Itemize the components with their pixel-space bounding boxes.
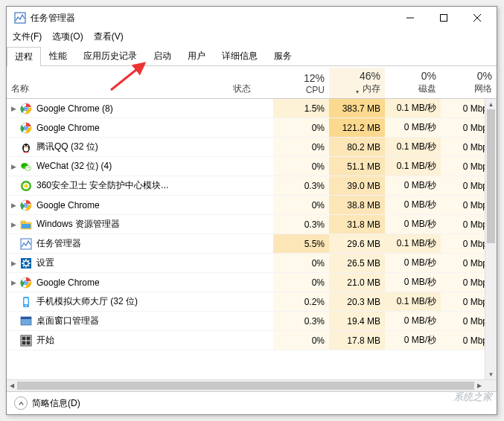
cell-disk: 0 MB/秒 — [385, 254, 441, 272]
cell-memory: 39.0 MB — [329, 176, 385, 195]
scroll-right-icon[interactable]: ▶ — [474, 380, 485, 391]
maximize-button[interactable] — [427, 7, 460, 28]
process-name: Google Chrome — [36, 123, 229, 133]
process-name: Google Chrome — [36, 277, 229, 288]
svg-point-28 — [25, 184, 28, 187]
column-headers: 名称 状态 12% CPU ▾ 46% 内存 0% 磁盘 0% 网络 — [7, 66, 497, 99]
svg-point-17 — [25, 145, 25, 146]
svg-line-45 — [28, 260, 29, 260]
expand-toggle[interactable]: ▶ — [7, 202, 20, 209]
col-header-cpu[interactable]: 12% CPU — [273, 70, 329, 98]
tab-1[interactable]: 性能 — [41, 46, 75, 65]
svg-point-8 — [25, 107, 27, 109]
cell-disk: 0 MB/秒 — [385, 331, 441, 350]
col-header-disk[interactable]: 0% 磁盘 — [385, 68, 441, 98]
scroll-up-icon[interactable]: ▲ — [485, 99, 497, 109]
process-name: Google Chrome — [36, 200, 229, 210]
expand-toggle[interactable]: ▶ — [7, 163, 20, 170]
process-row[interactable]: 任务管理器5.5%29.6 MB0.1 MB/秒0 Mbps — [7, 234, 497, 254]
cell-disk: 0 MB/秒 — [385, 118, 441, 137]
tab-2[interactable]: 应用历史记录 — [75, 46, 145, 65]
cell-memory: 31.8 MB — [329, 215, 385, 234]
vertical-scrollbar[interactable]: ▲ ▼ — [485, 99, 497, 379]
scroll-down-icon[interactable]: ▼ — [485, 369, 497, 379]
expand-toggle[interactable]: ▶ — [7, 279, 20, 286]
scrollbar-thumb[interactable] — [487, 109, 495, 243]
chrome-icon — [20, 103, 32, 115]
cell-memory: 17.8 MB — [329, 331, 385, 350]
start-icon — [20, 335, 32, 347]
tab-6[interactable]: 服务 — [266, 46, 300, 65]
cell-memory: 383.7 MB — [329, 99, 385, 118]
cell-cpu: 1.5% — [273, 99, 329, 118]
svg-point-14 — [24, 146, 28, 151]
cell-memory: 19.4 MB — [329, 312, 385, 330]
svg-point-24 — [26, 167, 27, 167]
col-header-status[interactable]: 状态 — [229, 66, 273, 98]
tab-5[interactable]: 详细信息 — [214, 46, 266, 65]
qq-icon — [20, 141, 32, 153]
chrome-icon — [20, 277, 32, 289]
settings-icon — [20, 257, 32, 269]
process-row[interactable]: 开始0%17.8 MB0 MB/秒0 Mbps — [7, 331, 497, 350]
close-button[interactable] — [460, 7, 494, 28]
horizontal-scrollbar[interactable]: ◀ ▶ — [7, 379, 497, 391]
col-header-memory[interactable]: ▾ 46% 内存 — [329, 68, 385, 98]
hscrollbar-thumb[interactable] — [17, 382, 474, 390]
svg-rect-55 — [21, 317, 31, 319]
process-row[interactable]: ▶Google Chrome (8)1.5%383.7 MB0.1 MB/秒0 … — [7, 99, 497, 118]
expand-toggle[interactable]: ▶ — [7, 221, 20, 228]
menu-file[interactable]: 文件(F) — [13, 30, 42, 43]
taskmgr-icon — [20, 238, 32, 250]
process-name: 腾讯QQ (32 位) — [36, 141, 229, 153]
process-list: ▶Google Chrome (8)1.5%383.7 MB0.1 MB/秒0 … — [7, 99, 497, 350]
tab-0[interactable]: 进程 — [7, 47, 41, 66]
menu-options[interactable]: 选项(O) — [52, 30, 83, 43]
col-header-name[interactable]: 名称 — [7, 66, 229, 98]
process-row[interactable]: Google Chrome0%121.2 MB0 MB/秒0 Mbps — [7, 118, 497, 138]
col-header-network[interactable]: 0% 网络 — [441, 68, 497, 98]
process-grid: 名称 状态 12% CPU ▾ 46% 内存 0% 磁盘 0% 网络 ▶Goog… — [7, 66, 497, 379]
minimize-button[interactable] — [393, 7, 427, 28]
menu-view[interactable]: 查看(V) — [94, 30, 124, 43]
tab-4[interactable]: 用户 — [179, 46, 214, 65]
titlebar: 任务管理器 — [7, 7, 497, 29]
process-name: 开始 — [36, 334, 229, 347]
process-row[interactable]: ▶设置0%26.5 MB0 MB/秒0 Mbps — [7, 254, 497, 273]
cell-cpu: 5.5% — [273, 234, 329, 253]
cell-disk: 0.1 MB/秒 — [385, 234, 441, 253]
process-row[interactable]: 腾讯QQ (32 位)0%80.2 MB0.1 MB/秒0 Mbps — [7, 138, 497, 157]
fewer-details-button[interactable] — [14, 396, 28, 410]
svg-rect-60 — [27, 341, 31, 344]
svg-point-53 — [25, 305, 27, 306]
tab-3[interactable]: 启动 — [145, 46, 179, 65]
process-name: Windows 资源管理器 — [36, 218, 229, 231]
process-row[interactable]: ▶Google Chrome0%21.0 MB0 MB/秒0 Mbps — [7, 273, 497, 292]
svg-point-22 — [23, 164, 24, 165]
svg-rect-35 — [22, 224, 31, 228]
process-row[interactable]: ▶WeChat (32 位) (4)0%51.1 MB0.1 MB/秒0 Mbp… — [7, 157, 497, 176]
expand-toggle[interactable]: ▶ — [7, 105, 20, 112]
fewer-details-label[interactable]: 简略信息(D) — [32, 397, 80, 410]
cell-disk: 0 MB/秒 — [385, 196, 441, 214]
cell-cpu: 0% — [273, 138, 329, 156]
process-row[interactable]: ▶Windows 资源管理器0.3%31.8 MB0 MB/秒0 Mbps — [7, 215, 497, 234]
svg-point-12 — [25, 126, 27, 129]
cell-cpu: 0.3% — [273, 312, 329, 330]
process-row[interactable]: 360安全卫士 安全防护中心模块...0.3%39.0 MB0 MB/秒0 Mb… — [7, 176, 497, 196]
cell-cpu: 0% — [273, 273, 329, 292]
cell-cpu: 0% — [273, 331, 329, 350]
cell-memory: 29.6 MB — [329, 234, 385, 253]
svg-rect-2 — [440, 15, 447, 22]
process-row[interactable]: ▶Google Chrome0%38.8 MB0 MB/秒0 Mbps — [7, 196, 497, 215]
process-name: 手机模拟大师大厅 (32 位) — [36, 295, 229, 308]
process-row[interactable]: 手机模拟大师大厅 (32 位)0.2%20.3 MB0.1 MB/秒0 Mbps — [7, 292, 497, 312]
scroll-left-icon[interactable]: ◀ — [7, 380, 17, 391]
cell-disk: 0 MB/秒 — [385, 215, 441, 234]
process-row[interactable]: 桌面窗口管理器0.3%19.4 MB0 MB/秒0 Mbps — [7, 312, 497, 331]
expand-toggle[interactable]: ▶ — [7, 260, 20, 267]
cell-cpu: 0% — [273, 254, 329, 272]
cell-disk: 0 MB/秒 — [385, 176, 441, 195]
process-name: 360安全卫士 安全防护中心模块... — [36, 179, 229, 192]
svg-line-43 — [23, 260, 24, 260]
